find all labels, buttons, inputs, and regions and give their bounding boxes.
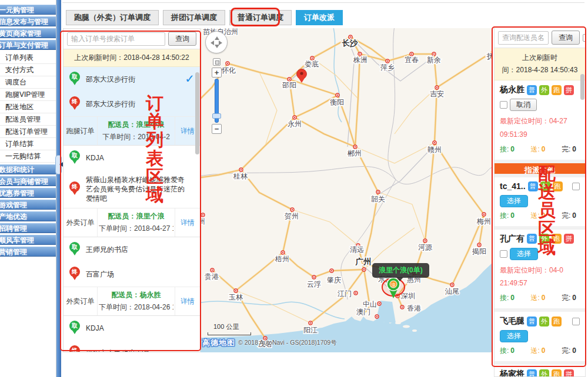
courier-checkbox[interactable] <box>500 250 507 258</box>
svg-text:新余: 新余 <box>427 56 441 64</box>
pickup-address: KDJA <box>86 153 104 163</box>
assign-to-him-button[interactable]: 指派给他 <box>495 163 585 177</box>
courier-search-button[interactable]: 查询 <box>552 31 580 45</box>
order-list-scrollbar[interactable] <box>195 72 199 154</box>
svg-text:云浮: 云浮 <box>307 280 321 288</box>
svg-text:贵港: 贵港 <box>205 272 219 281</box>
tab-paotui-dispatch[interactable]: 跑腿（外卖）订单调度 <box>66 10 159 25</box>
svg-text:吉安: 吉安 <box>430 90 444 98</box>
tab-order-reassign[interactable]: 订单改派 <box>296 10 343 25</box>
svg-text:萍乡: 萍乡 <box>380 63 395 72</box>
map-overview-button[interactable] <box>213 58 220 66</box>
sidebar-collapse-handle[interactable] <box>55 155 62 174</box>
sidebar-item-delivery-area[interactable]: 配送地区 <box>0 101 56 113</box>
dest-address: 紫薇山泉桶装水籽岷妮维雅爱奇艺会员账号免费估计是行迷茫的爱情吧 <box>86 175 185 203</box>
select-button[interactable]: 选择 <box>510 248 538 260</box>
sidebar-splitter <box>56 0 61 377</box>
courier-checkbox[interactable] <box>572 318 580 325</box>
zoom-in-button[interactable]: + <box>212 68 222 78</box>
order-detail-link[interactable]: 详情 <box>175 287 200 315</box>
map-canvas[interactable]: 长沙 株洲 萍乡 宜春 新余 吉安 抚州 怀化 娄底 邵阳 衡阳 <box>201 28 493 352</box>
badge-normal: 普 <box>527 234 537 244</box>
order-refresh-time: 上次刷新时间：2018-04-28 14:50:22 <box>64 49 200 67</box>
order-courier: 配送员：杨永胜 <box>99 290 173 300</box>
map-scale-bar: 100 公里 <box>208 322 251 335</box>
order-item[interactable]: 取 KDJA 终 邵阳市人民政府22号 外卖订单 配送员：傅伟 下单时间：201… <box>64 316 200 352</box>
sidebar-item-order-settle[interactable]: 订单结算 <box>0 138 56 150</box>
order-type: 跑腿订单 <box>64 117 98 145</box>
sidebar-group-info[interactable]: 信息发布与管理 <box>0 16 56 26</box>
scale-label: 100 公里 <box>213 322 251 331</box>
sidebar-group-member-shop[interactable]: 会员与商铺管理 <box>0 176 56 186</box>
sidebar-group-stats[interactable]: 数据和统计 <box>0 164 56 174</box>
order-courier: 配送员：浪里个浪 <box>99 211 173 221</box>
select-button[interactable]: 选择 <box>500 330 528 342</box>
pickup-address: 王师兄的书店 <box>86 245 128 254</box>
courier-list-scrollbar[interactable] <box>580 74 584 100</box>
pickup-address: KDJA <box>86 324 104 333</box>
order-detail-link[interactable]: 详情 <box>175 208 200 237</box>
pan-right-icon[interactable] <box>219 41 225 45</box>
sidebar-item-vip[interactable]: 跑腿VIP管理 <box>0 89 56 101</box>
sidebar-group-marketing[interactable]: 营销管理 <box>0 247 56 257</box>
sidebar-group-order-pay[interactable]: 订单与支付管理 <box>0 40 56 50</box>
badge-waimai: 外 <box>540 181 550 191</box>
svg-text:揭阳: 揭阳 <box>472 247 486 255</box>
tab-pintuan-dispatch[interactable]: 拼团订单调度 <box>163 10 225 25</box>
courier-stats: 接:0 送:0 完:0 <box>500 144 580 154</box>
order-search-button[interactable]: 查询 <box>168 32 196 46</box>
courier-checkbox[interactable] <box>572 183 580 190</box>
courier-card[interactable]: 孔广有 普 外 跑 拼 选择 最新定位时间：04-0 21:49:57 接:0 … <box>495 230 585 312</box>
svg-text:永州: 永州 <box>288 120 302 128</box>
badge-paotui: 跑 <box>552 369 562 377</box>
map-pan-control[interactable] <box>205 31 228 53</box>
zoom-slider-track[interactable] <box>215 79 219 123</box>
svg-text:梅州: 梅州 <box>476 217 491 225</box>
courier-card[interactable]: 杨永胜 普 外 跑 拼 取消 最新定位时间：04-27 09:51:39 接:0… <box>495 80 585 163</box>
sidebar-item-pay-method[interactable]: 支付方式 <box>0 64 56 76</box>
order-item[interactable]: 取 王师兄的书店 终 百富广场 外卖订单 配送员：杨永胜 下单时间：2018-0… <box>64 237 200 316</box>
tab-normal-dispatch[interactable]: 普通订单调度 <box>229 10 292 25</box>
pan-left-icon[interactable] <box>208 41 214 45</box>
sidebar-group-game[interactable]: 游戏管理 <box>0 200 56 210</box>
svg-text:梧州: 梧州 <box>275 255 289 263</box>
sidebar-group-origin[interactable]: 产地优选 <box>0 211 56 221</box>
badge-normal: 普 <box>527 85 537 95</box>
sidebar-item-delivery-order-mgmt[interactable]: 配送订单管理 <box>0 126 56 138</box>
sidebar-group-coupon[interactable]: 优惠券管理 <box>0 188 56 198</box>
dest-address: 邵阳市人民政府22号 <box>86 348 150 352</box>
order-search-input[interactable] <box>67 32 165 46</box>
sidebar-item-dispatch-console[interactable]: 调度台 <box>0 76 56 89</box>
courier-name: tc_41.. <box>500 181 526 191</box>
zoom-out-button[interactable]: − <box>212 124 222 134</box>
sidebar-item-order-list[interactable]: 订单列表 <box>0 52 56 64</box>
order-item[interactable]: 取 KDJA 终 紫薇山泉桶装水籽岷妮维雅爱奇艺会员账号免费估计是行迷茫的爱情吧… <box>64 146 200 237</box>
pan-up-icon[interactable] <box>215 34 219 40</box>
pickup-pin-icon: 取 <box>69 321 81 336</box>
sidebar-group-carpool[interactable]: 顺风车管理 <box>0 235 56 245</box>
sidebar-group-recruit[interactable]: 招聘管理 <box>0 223 56 233</box>
sidebar-group-yellowpage[interactable]: 黄页商家管理 <box>0 28 56 38</box>
courier-refresh-time: 上次刷新时 间：2018-4-28 14:50:43 <box>495 48 585 80</box>
zoom-slider-thumb[interactable] <box>212 113 221 119</box>
courier-checkbox[interactable] <box>500 101 507 109</box>
courier-card[interactable]: 飞毛腿 普 外 跑 选择 接:0 送:0 完:0 <box>495 312 585 365</box>
courier-search-checkbox[interactable] <box>583 34 586 42</box>
sidebar-item-yiyuangou-settle[interactable]: 一元购结算 <box>0 150 56 163</box>
courier-search-input[interactable] <box>498 31 549 45</box>
pan-down-icon[interactable] <box>215 45 219 51</box>
svg-text:宜春: 宜春 <box>405 56 419 64</box>
order-search-row: 查询 <box>64 29 200 49</box>
pickup-pin-icon: 取 <box>69 242 81 257</box>
svg-text:深圳: 深圳 <box>401 292 415 300</box>
sidebar-item-courier-mgmt[interactable]: 配送员管理 <box>0 113 56 126</box>
sidebar-group-yiyuangou[interactable]: 一元购管理 <box>0 5 56 15</box>
badge-waimai: 外 <box>539 317 549 326</box>
cancel-button[interactable]: 取消 <box>510 99 537 111</box>
pickup-address: 邵东大汉步行街 <box>86 75 135 84</box>
courier-card[interactable]: tc_41.. 普 外 跑 选择 接:0 送:0 完:0 <box>495 177 585 230</box>
select-button[interactable]: 选择 <box>500 195 528 207</box>
courier-card[interactable]: 杨家将 普 外 跑 拼 选择 最新定位时间：04-12 15:33:34 接:0… <box>495 365 585 377</box>
order-list: 取 邵东大汉步行街 ✓ 终 邵东大汉步行街 跑腿订单 配送员：浪里个浪 下单时间… <box>64 67 200 352</box>
order-item[interactable]: 取 邵东大汉步行街 ✓ 终 邵东大汉步行街 跑腿订单 配送员：浪里个浪 下单时间… <box>64 67 200 146</box>
